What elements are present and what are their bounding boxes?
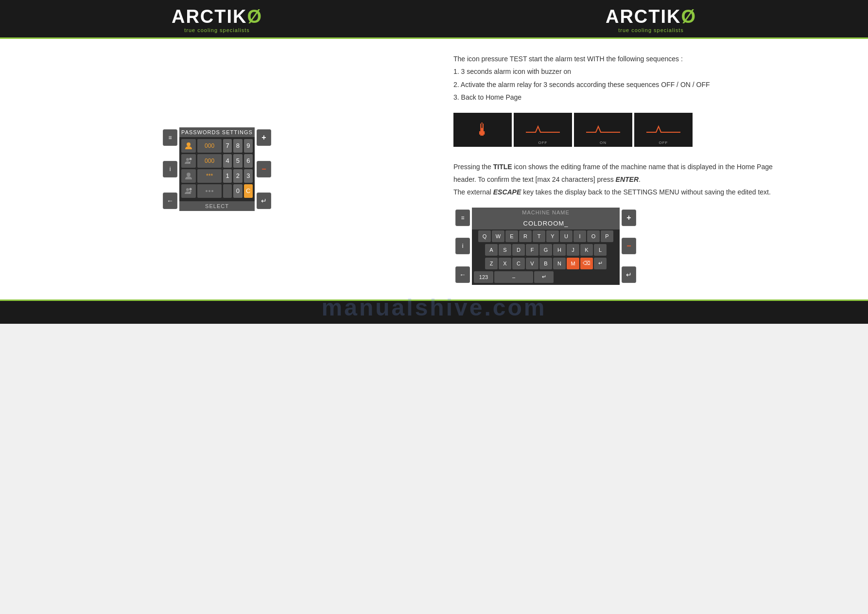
- right-side-buttons-machine: + − ↵: [620, 208, 638, 285]
- key-D[interactable]: D: [512, 244, 525, 256]
- key-space[interactable]: –: [494, 271, 533, 283]
- key-C[interactable]: C: [512, 258, 525, 269]
- key-M[interactable]: M: [567, 258, 579, 269]
- menu-button-machine[interactable]: ≡: [455, 210, 470, 226]
- user-icon-2: [181, 154, 196, 168]
- key-V[interactable]: V: [526, 258, 538, 269]
- key-enter-row3[interactable]: ↵: [594, 258, 607, 269]
- wave-on-svg: [584, 123, 623, 137]
- left-logo-text: ARCTIKØ: [172, 6, 262, 27]
- right-side-buttons-pw: + − ↵: [255, 127, 273, 211]
- key-G[interactable]: G: [539, 244, 552, 256]
- menu-button-left[interactable]: ≡: [163, 129, 177, 146]
- svg-point-1: [186, 158, 189, 161]
- info-button-machine[interactable]: i: [455, 238, 470, 254]
- alarm-frame-on: ON: [574, 113, 632, 147]
- key-Y[interactable]: Y: [546, 230, 559, 242]
- left-content: ≡ i ← PASSWORDS SETTINGS: [0, 39, 434, 299]
- key-U[interactable]: U: [560, 230, 573, 242]
- pw-row-3: *** 1 2 3: [181, 169, 253, 183]
- key-I[interactable]: I: [573, 230, 586, 242]
- key-J[interactable]: J: [567, 244, 579, 256]
- back-button-machine[interactable]: ←: [455, 266, 470, 283]
- info-button-left[interactable]: i: [163, 161, 177, 177]
- key-X[interactable]: X: [499, 258, 511, 269]
- password-settings-wrapper: ≡ i ← PASSWORDS SETTINGS: [161, 127, 273, 211]
- user-icon-3: [181, 169, 196, 183]
- back-button-left[interactable]: ←: [163, 193, 177, 209]
- left-header: ARCTIKØ true cooling specialists: [0, 0, 434, 39]
- key-K[interactable]: K: [580, 244, 593, 256]
- left-footer: [0, 299, 434, 324]
- key-O[interactable]: O: [587, 230, 600, 242]
- alarm-description: The icon pressure TEST start the alarm t…: [453, 53, 849, 103]
- alarm-line2: 1. 3 seconds alarm icon with buzzer on: [453, 66, 849, 77]
- machine-line3: The external ESCAPE key takes the displa…: [453, 187, 849, 197]
- svg-point-10: [211, 190, 213, 192]
- numpad-2[interactable]: 2: [233, 169, 242, 183]
- key-N[interactable]: N: [553, 258, 566, 269]
- alarm-line4: 3. Back to Home Page: [453, 92, 849, 103]
- enter-button-machine[interactable]: ↵: [622, 266, 636, 283]
- numpad-empty[interactable]: [223, 184, 232, 198]
- numpad-9[interactable]: 9: [244, 139, 253, 153]
- numpad-1[interactable]: 1: [223, 169, 232, 183]
- right-content: The icon pressure TEST start the alarm t…: [434, 39, 868, 299]
- numpad-6[interactable]: 6: [244, 154, 253, 168]
- numpad-clear[interactable]: C: [244, 184, 253, 198]
- svg-point-5: [190, 188, 192, 190]
- key-Z[interactable]: Z: [485, 258, 498, 269]
- key-E[interactable]: E: [505, 230, 518, 242]
- logo-o-left: Ø: [247, 6, 262, 27]
- pw-row-4: 0 C: [181, 184, 253, 198]
- keyboard-row-2: A S D F G H J K L: [472, 243, 620, 257]
- minus-button-pw[interactable]: −: [257, 161, 271, 177]
- wave-off2-svg: [644, 123, 683, 137]
- pw-row-2: 000 4 5 6: [181, 154, 253, 168]
- svg-point-9: [208, 190, 210, 192]
- frame-label-off1: OFF: [538, 140, 548, 145]
- key-F[interactable]: F: [526, 244, 538, 256]
- machine-title-bar: MACHINE NAME: [472, 208, 620, 217]
- user-icon-1: [181, 139, 196, 153]
- left-side-buttons-machine: ≡ i ←: [453, 208, 472, 285]
- key-W[interactable]: W: [492, 230, 504, 242]
- key-R[interactable]: R: [519, 230, 532, 242]
- numpad-7[interactable]: 7: [223, 139, 232, 153]
- password-grid: 000 7 8 9: [179, 137, 255, 201]
- key-H[interactable]: H: [553, 244, 566, 256]
- numpad-3[interactable]: 3: [244, 169, 253, 183]
- alarm-line3: 2. Activate the alarm relay for 3 second…: [453, 79, 849, 90]
- plus-button-pw[interactable]: +: [257, 129, 271, 146]
- minus-button-machine[interactable]: −: [622, 238, 636, 254]
- svg-point-6: [190, 191, 191, 193]
- key-Q[interactable]: Q: [478, 230, 491, 242]
- numpad-0[interactable]: 0: [233, 184, 242, 198]
- numpad-4[interactable]: 4: [223, 154, 232, 168]
- key-123[interactable]: 123: [474, 271, 493, 283]
- key-B[interactable]: B: [539, 258, 552, 269]
- machine-name-ui-wrapper: ≡ i ← MACHINE NAME COLDROOM_ Q W E: [453, 208, 638, 285]
- pw-value-3: ***: [197, 169, 222, 183]
- key-S[interactable]: S: [499, 244, 511, 256]
- frame-label-off2: OFF: [659, 140, 668, 145]
- numpad-5[interactable]: 5: [233, 154, 242, 168]
- key-backspace[interactable]: ⌫: [580, 258, 593, 269]
- key-L[interactable]: L: [594, 244, 607, 256]
- left-logo: ARCTIKØ true cooling specialists: [172, 6, 262, 33]
- wave-off1-svg: [523, 123, 562, 137]
- enter-button-pw[interactable]: ↵: [257, 193, 271, 209]
- machine-name-section: Pressing the TITLE icon shows the editin…: [453, 161, 849, 285]
- thermometer-icon: 🌡: [474, 120, 491, 140]
- key-enter-row4[interactable]: ↵: [534, 271, 554, 283]
- numpad-8[interactable]: 8: [233, 139, 242, 153]
- key-P[interactable]: P: [601, 230, 613, 242]
- plus-button-machine[interactable]: +: [622, 210, 636, 226]
- machine-line1: Pressing the TITLE icon shows the editin…: [453, 161, 849, 172]
- machine-name-display: COLDROOM_: [472, 217, 620, 229]
- key-A[interactable]: A: [485, 244, 498, 256]
- key-T[interactable]: T: [533, 230, 545, 242]
- svg-point-0: [187, 142, 191, 146]
- alarm-frame-off2: OFF: [634, 113, 693, 147]
- left-logo-subtitle: true cooling specialists: [184, 27, 250, 33]
